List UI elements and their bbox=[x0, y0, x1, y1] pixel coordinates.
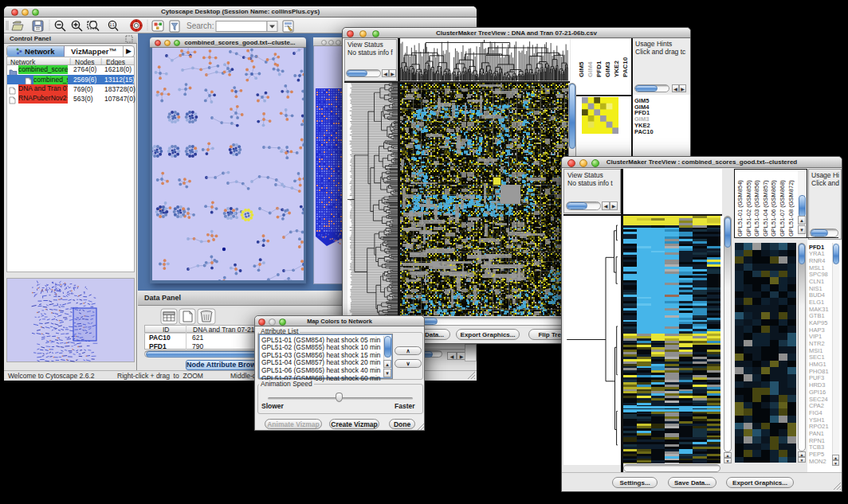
svg-text:1:1: 1:1 bbox=[110, 23, 116, 27]
svg-text:Search:: Search: bbox=[186, 21, 214, 30]
